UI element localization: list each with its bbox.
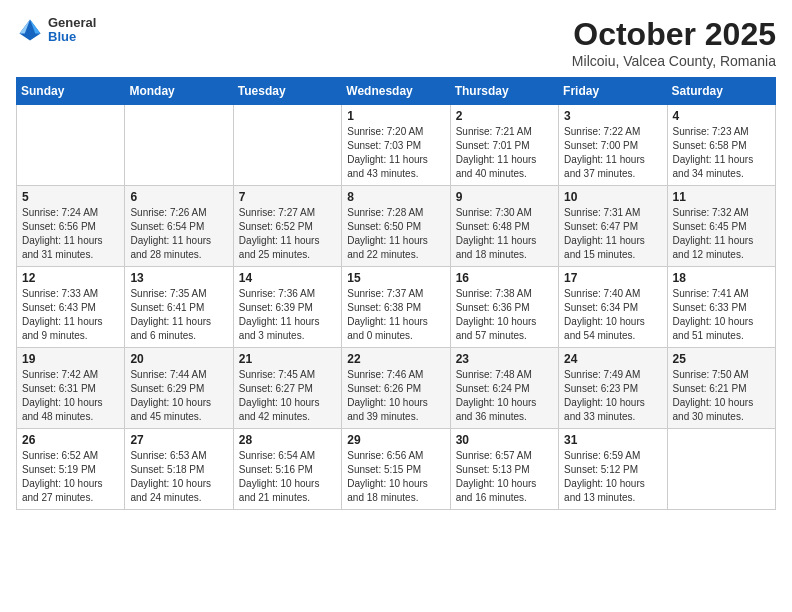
day-number: 26	[22, 433, 119, 447]
day-info: Sunrise: 7:36 AMSunset: 6:39 PMDaylight:…	[239, 287, 336, 343]
calendar-cell: 22Sunrise: 7:46 AMSunset: 6:26 PMDayligh…	[342, 348, 450, 429]
day-info: Sunrise: 7:28 AMSunset: 6:50 PMDaylight:…	[347, 206, 444, 262]
calendar-cell	[17, 105, 125, 186]
day-info: Sunrise: 7:44 AMSunset: 6:29 PMDaylight:…	[130, 368, 227, 424]
day-number: 6	[130, 190, 227, 204]
calendar-week-5: 26Sunrise: 6:52 AMSunset: 5:19 PMDayligh…	[17, 429, 776, 510]
day-number: 3	[564, 109, 661, 123]
day-info: Sunrise: 7:48 AMSunset: 6:24 PMDaylight:…	[456, 368, 553, 424]
day-number: 10	[564, 190, 661, 204]
weekday-header-tuesday: Tuesday	[233, 78, 341, 105]
day-number: 2	[456, 109, 553, 123]
day-number: 22	[347, 352, 444, 366]
calendar-cell: 13Sunrise: 7:35 AMSunset: 6:41 PMDayligh…	[125, 267, 233, 348]
day-number: 8	[347, 190, 444, 204]
day-number: 1	[347, 109, 444, 123]
calendar-cell: 21Sunrise: 7:45 AMSunset: 6:27 PMDayligh…	[233, 348, 341, 429]
day-info: Sunrise: 6:57 AMSunset: 5:13 PMDaylight:…	[456, 449, 553, 505]
day-number: 5	[22, 190, 119, 204]
calendar-cell: 2Sunrise: 7:21 AMSunset: 7:01 PMDaylight…	[450, 105, 558, 186]
calendar-cell: 31Sunrise: 6:59 AMSunset: 5:12 PMDayligh…	[559, 429, 667, 510]
calendar-cell: 23Sunrise: 7:48 AMSunset: 6:24 PMDayligh…	[450, 348, 558, 429]
calendar-week-1: 1Sunrise: 7:20 AMSunset: 7:03 PMDaylight…	[17, 105, 776, 186]
calendar-cell: 19Sunrise: 7:42 AMSunset: 6:31 PMDayligh…	[17, 348, 125, 429]
day-info: Sunrise: 7:46 AMSunset: 6:26 PMDaylight:…	[347, 368, 444, 424]
day-number: 19	[22, 352, 119, 366]
month-title: October 2025	[572, 16, 776, 53]
calendar-week-2: 5Sunrise: 7:24 AMSunset: 6:56 PMDaylight…	[17, 186, 776, 267]
calendar-cell: 10Sunrise: 7:31 AMSunset: 6:47 PMDayligh…	[559, 186, 667, 267]
calendar-cell	[233, 105, 341, 186]
calendar-cell: 1Sunrise: 7:20 AMSunset: 7:03 PMDaylight…	[342, 105, 450, 186]
day-info: Sunrise: 7:31 AMSunset: 6:47 PMDaylight:…	[564, 206, 661, 262]
day-info: Sunrise: 7:40 AMSunset: 6:34 PMDaylight:…	[564, 287, 661, 343]
day-info: Sunrise: 7:50 AMSunset: 6:21 PMDaylight:…	[673, 368, 770, 424]
calendar-cell: 27Sunrise: 6:53 AMSunset: 5:18 PMDayligh…	[125, 429, 233, 510]
calendar-cell: 29Sunrise: 6:56 AMSunset: 5:15 PMDayligh…	[342, 429, 450, 510]
logo-text: General Blue	[48, 16, 96, 45]
day-info: Sunrise: 7:45 AMSunset: 6:27 PMDaylight:…	[239, 368, 336, 424]
day-info: Sunrise: 7:23 AMSunset: 6:58 PMDaylight:…	[673, 125, 770, 181]
location: Milcoiu, Valcea County, Romania	[572, 53, 776, 69]
calendar-cell: 15Sunrise: 7:37 AMSunset: 6:38 PMDayligh…	[342, 267, 450, 348]
day-info: Sunrise: 7:30 AMSunset: 6:48 PMDaylight:…	[456, 206, 553, 262]
day-number: 12	[22, 271, 119, 285]
calendar-cell: 9Sunrise: 7:30 AMSunset: 6:48 PMDaylight…	[450, 186, 558, 267]
calendar-cell: 14Sunrise: 7:36 AMSunset: 6:39 PMDayligh…	[233, 267, 341, 348]
calendar-cell: 30Sunrise: 6:57 AMSunset: 5:13 PMDayligh…	[450, 429, 558, 510]
day-number: 16	[456, 271, 553, 285]
logo: General Blue	[16, 16, 96, 45]
calendar-cell	[667, 429, 775, 510]
weekday-header-sunday: Sunday	[17, 78, 125, 105]
calendar-cell	[125, 105, 233, 186]
day-number: 30	[456, 433, 553, 447]
day-number: 31	[564, 433, 661, 447]
title-area: October 2025 Milcoiu, Valcea County, Rom…	[572, 16, 776, 69]
calendar-cell: 20Sunrise: 7:44 AMSunset: 6:29 PMDayligh…	[125, 348, 233, 429]
weekday-header-row: SundayMondayTuesdayWednesdayThursdayFrid…	[17, 78, 776, 105]
weekday-header-monday: Monday	[125, 78, 233, 105]
calendar-cell: 11Sunrise: 7:32 AMSunset: 6:45 PMDayligh…	[667, 186, 775, 267]
weekday-header-thursday: Thursday	[450, 78, 558, 105]
calendar-week-4: 19Sunrise: 7:42 AMSunset: 6:31 PMDayligh…	[17, 348, 776, 429]
calendar: SundayMondayTuesdayWednesdayThursdayFrid…	[16, 77, 776, 510]
calendar-cell: 28Sunrise: 6:54 AMSunset: 5:16 PMDayligh…	[233, 429, 341, 510]
calendar-cell: 6Sunrise: 7:26 AMSunset: 6:54 PMDaylight…	[125, 186, 233, 267]
day-number: 24	[564, 352, 661, 366]
day-info: Sunrise: 7:27 AMSunset: 6:52 PMDaylight:…	[239, 206, 336, 262]
day-info: Sunrise: 7:38 AMSunset: 6:36 PMDaylight:…	[456, 287, 553, 343]
calendar-cell: 24Sunrise: 7:49 AMSunset: 6:23 PMDayligh…	[559, 348, 667, 429]
day-number: 7	[239, 190, 336, 204]
day-number: 27	[130, 433, 227, 447]
calendar-cell: 4Sunrise: 7:23 AMSunset: 6:58 PMDaylight…	[667, 105, 775, 186]
day-info: Sunrise: 6:59 AMSunset: 5:12 PMDaylight:…	[564, 449, 661, 505]
day-number: 17	[564, 271, 661, 285]
day-number: 28	[239, 433, 336, 447]
day-info: Sunrise: 6:53 AMSunset: 5:18 PMDaylight:…	[130, 449, 227, 505]
weekday-header-saturday: Saturday	[667, 78, 775, 105]
logo-icon	[16, 16, 44, 44]
calendar-cell: 25Sunrise: 7:50 AMSunset: 6:21 PMDayligh…	[667, 348, 775, 429]
day-number: 18	[673, 271, 770, 285]
day-number: 25	[673, 352, 770, 366]
day-number: 4	[673, 109, 770, 123]
calendar-cell: 17Sunrise: 7:40 AMSunset: 6:34 PMDayligh…	[559, 267, 667, 348]
day-number: 9	[456, 190, 553, 204]
calendar-week-3: 12Sunrise: 7:33 AMSunset: 6:43 PMDayligh…	[17, 267, 776, 348]
day-info: Sunrise: 7:32 AMSunset: 6:45 PMDaylight:…	[673, 206, 770, 262]
day-number: 21	[239, 352, 336, 366]
page-header: General Blue October 2025 Milcoiu, Valce…	[16, 16, 776, 69]
day-number: 13	[130, 271, 227, 285]
day-info: Sunrise: 7:26 AMSunset: 6:54 PMDaylight:…	[130, 206, 227, 262]
calendar-cell: 16Sunrise: 7:38 AMSunset: 6:36 PMDayligh…	[450, 267, 558, 348]
day-info: Sunrise: 7:33 AMSunset: 6:43 PMDaylight:…	[22, 287, 119, 343]
day-info: Sunrise: 6:52 AMSunset: 5:19 PMDaylight:…	[22, 449, 119, 505]
day-info: Sunrise: 7:21 AMSunset: 7:01 PMDaylight:…	[456, 125, 553, 181]
day-info: Sunrise: 7:37 AMSunset: 6:38 PMDaylight:…	[347, 287, 444, 343]
day-info: Sunrise: 7:49 AMSunset: 6:23 PMDaylight:…	[564, 368, 661, 424]
day-info: Sunrise: 7:22 AMSunset: 7:00 PMDaylight:…	[564, 125, 661, 181]
calendar-cell: 5Sunrise: 7:24 AMSunset: 6:56 PMDaylight…	[17, 186, 125, 267]
weekday-header-wednesday: Wednesday	[342, 78, 450, 105]
day-info: Sunrise: 7:41 AMSunset: 6:33 PMDaylight:…	[673, 287, 770, 343]
calendar-cell: 12Sunrise: 7:33 AMSunset: 6:43 PMDayligh…	[17, 267, 125, 348]
